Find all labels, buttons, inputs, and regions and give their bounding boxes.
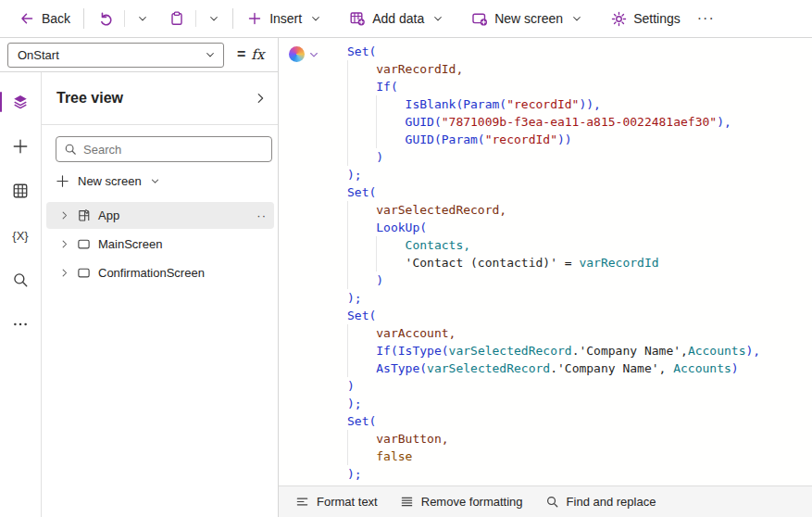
rail-data-button[interactable] [0,169,42,213]
copilot-button[interactable] [289,46,319,62]
code-line: Contacts, [347,236,812,254]
code-token: "recordId" [506,97,579,111]
code-line: If( [347,78,812,95]
rail-variables-button[interactable]: {X} [0,213,42,258]
chevron-right-icon[interactable] [59,210,69,221]
code-line: varRecordId, [347,60,812,78]
screen-icon [77,237,91,251]
panel-title: Tree view [56,90,254,107]
formula-code: Set(varRecordId,If(IsBlank(Param("record… [279,38,812,483]
search-icon [64,143,77,156]
tree-new-screen-label: New screen [78,174,142,188]
code-token: ); [347,467,362,481]
insert-button[interactable]: Insert [239,4,329,33]
rail-search-button[interactable] [0,258,42,302]
chevron-right-icon[interactable] [59,239,69,249]
code-token: varButton, [376,432,448,446]
code-token: GUID(Param( [406,132,485,146]
undo-icon [97,10,114,27]
code-line: GUID("7871009b-f3ea-ea11-a815-0022481aef… [347,113,812,131]
code-line: varSelectedRecord, [347,201,812,219]
back-button[interactable]: Back [11,4,78,33]
formula-footer-bar: Format text Remove formatting Find and r… [279,485,812,517]
find-replace-button[interactable]: Find and replace [536,489,666,515]
code-token: , [659,361,674,375]
code-line: Set( [347,307,812,324]
add-data-button[interactable]: Add data [342,4,451,33]
code-token: ); [347,168,362,182]
copilot-icon [289,46,305,62]
format-text-icon [295,495,309,509]
code-token: Set( [347,414,376,428]
code-token: AsType( [376,361,427,375]
remove-formatting-button[interactable]: Remove formatting [391,489,532,515]
code-line: GUID(Param("recordId")) [347,131,812,148]
indent-guide [376,95,405,113]
divider [232,8,233,29]
tree-item-mainscreen[interactable]: MainScreen [46,231,274,258]
search-icon [12,271,29,288]
paste-dropdown-button[interactable] [201,4,227,33]
code-token: varRecordId [579,256,658,270]
code-line: If(IsType(varSelectedRecord.'Company Nam… [347,342,812,359]
undo-dropdown-button[interactable] [130,4,156,33]
rail-insert-button[interactable] [0,124,42,169]
tree-new-screen-button[interactable]: New screen [56,167,274,195]
code-line: 'Contact (contactid)' = varRecordId [347,254,812,271]
code-token: ) [376,150,383,164]
property-dropdown[interactable]: OnStart [7,43,224,68]
toolbar-overflow-button[interactable]: ··· [688,10,724,27]
code-token: IsBlank(Param( [406,97,507,111]
tree-item-app[interactable]: App·· [46,202,274,229]
search-icon [545,495,559,509]
code-token: Contacts, [406,238,470,252]
code-line: AsType(varSelectedRecord.'Company Name',… [347,359,812,377]
code-token: , [681,344,688,358]
indent-guide [347,131,376,148]
indent-guide [347,254,376,271]
code-token: GUID( [406,115,442,129]
rail-more-button[interactable] [0,302,42,347]
format-text-button[interactable]: Format text [286,489,387,515]
code-token: 'Contact (contactid)' = [406,256,580,270]
code-line: varAccount, [347,324,812,342]
divider [195,10,196,27]
code-line: ); [347,166,812,183]
formula-editor[interactable]: Set(varRecordId,If(IsBlank(Param("record… [279,38,812,485]
indent-guide [347,148,376,166]
property-dropdown-value: OnStart [18,48,205,62]
collapse-panel-icon[interactable] [254,92,267,105]
code-token: .'Company Name' [550,361,658,375]
plus-icon [246,10,263,27]
code-token: Set( [347,309,376,322]
code-token: LookUp( [376,221,427,234]
tree-item-confirmationscreen[interactable]: ConfirmationScreen [46,259,274,286]
gear-icon [610,10,627,27]
tree-item-label: MainScreen [98,237,269,251]
code-token: ); [347,291,362,305]
indent-guide [347,113,376,131]
rail-tree-view-button[interactable] [0,80,42,124]
code-token: Accounts [673,361,731,375]
code-line: ); [347,465,812,483]
indent-guide [376,113,405,131]
tree-item-menu-button[interactable]: ·· [256,208,269,222]
paste-button[interactable] [161,4,193,33]
plus-icon [56,174,69,188]
new-screen-button[interactable]: New screen [464,4,590,33]
chevron-down-icon [150,176,160,186]
code-token: ) [376,273,383,287]
tree-search-box[interactable] [56,136,272,162]
settings-button[interactable]: Settings [603,4,688,33]
code-line: ) [347,377,812,395]
chevron-right-icon[interactable] [59,268,69,278]
search-input[interactable] [83,143,264,157]
remove-formatting-icon [400,495,414,509]
undo-button[interactable] [90,4,121,33]
code-token: "7871009b-f3ea-ea11-a815-0022481aef30" [442,115,717,129]
divider [124,10,125,27]
code-line: ) [347,148,812,166]
find-replace-label: Find and replace [567,495,656,509]
indent-guide [376,236,405,254]
plus-icon [12,138,29,155]
